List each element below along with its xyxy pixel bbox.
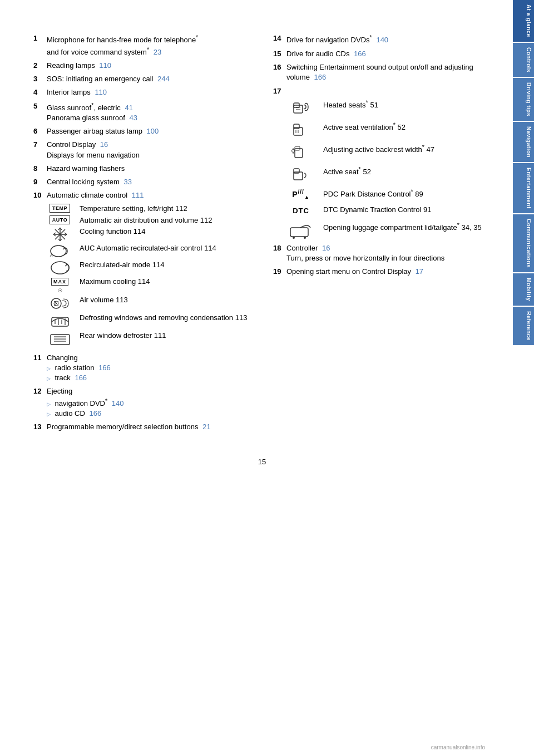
- item-number: 13: [33, 422, 44, 432]
- list-item: 12 Ejecting ▷ navigation DVD* 140 ▷ audi…: [33, 386, 251, 419]
- item-number: 10: [33, 190, 44, 200]
- climate-item-max: MAX ☉ Maximum cooling 114: [44, 277, 251, 294]
- item-number: 9: [33, 177, 44, 187]
- item-text: DTC Dynamic Traction Control: [323, 205, 421, 214]
- svg-rect-36: [295, 149, 303, 158]
- page-ref: 166: [314, 73, 327, 81]
- dtc-icon: DTC: [284, 205, 318, 216]
- list-item: 4 Interior lamps 110: [33, 87, 251, 97]
- air-volume-icon: [44, 295, 75, 312]
- svg-text:A: A: [50, 253, 53, 257]
- svg-rect-24: [51, 335, 70, 345]
- item-number: 15: [273, 49, 284, 59]
- defrost-front-icon: [44, 313, 75, 330]
- item-number: 5: [33, 101, 44, 124]
- page-ref: 47: [427, 145, 434, 154]
- page-ref: 166: [354, 50, 366, 58]
- auto-icon: AUTO: [44, 215, 75, 224]
- svg-point-45: [304, 237, 306, 239]
- climate-item-auc: A AUC Automatic recirculated-air control…: [44, 243, 251, 259]
- climate-item-cooling: Cooling function 114: [44, 227, 251, 242]
- sidebar-tab-driving-tips[interactable]: Driving tips: [513, 78, 534, 121]
- sidebar-tab-reference[interactable]: Reference: [513, 307, 534, 345]
- list-item-17: 17: [273, 87, 491, 95]
- auc-icon: A: [44, 243, 75, 259]
- sub-item-track: ▷ track 166: [47, 374, 87, 382]
- climate-text: Cooling function: [80, 227, 131, 235]
- pdc-icon: P///▲: [284, 188, 318, 200]
- item-text: Central locking system: [47, 178, 120, 186]
- page-number: 15: [33, 458, 491, 466]
- list-item: 2 Reading lamps 110: [33, 61, 251, 71]
- list-item: 19 Opening start menu on Control Display…: [273, 267, 491, 277]
- sidebar-tab-navigation[interactable]: Navigation: [513, 122, 534, 162]
- item-number: 18: [273, 243, 284, 263]
- snowflake-icon: [44, 227, 75, 242]
- left-column: 1 Microphone for hands-free mode for tel…: [33, 33, 251, 435]
- item-subtext: Displays for menu navigation: [47, 151, 140, 159]
- page-ref: 113: [116, 296, 128, 304]
- list-item: 3 SOS: initiating an emergency call 244: [33, 74, 251, 84]
- item-text: Automatic climate control: [47, 191, 127, 199]
- sidebar-tab-mobility[interactable]: Mobility: [513, 273, 534, 306]
- temp-icon: TEMP: [44, 204, 75, 213]
- page-ref: 114: [134, 227, 146, 235]
- item-number: 17: [273, 87, 284, 95]
- climate-item-airvolume: Air volume 113: [44, 295, 251, 312]
- climate-text: Temperature setting, left/right: [80, 204, 173, 213]
- page-ref: 100: [147, 127, 159, 135]
- recirculate-icon: [44, 260, 75, 276]
- page-ref: 112: [175, 204, 187, 213]
- item-text: Active seat*: [323, 168, 361, 176]
- sidebar-tab-at-a-glance[interactable]: At a glance: [513, 0, 534, 42]
- item-text: Reading lamps: [47, 61, 95, 70]
- item-subtext: Panorama glass sunroof: [47, 114, 125, 122]
- item-number: 12: [33, 386, 44, 419]
- page-ref: 244: [157, 75, 170, 83]
- dtc-item: DTC DTC Dynamic Traction Control 91: [284, 205, 491, 216]
- page-ref: 114: [138, 277, 150, 286]
- item-text: Control Display: [47, 140, 96, 149]
- item-number: 8: [33, 164, 44, 174]
- page-ref: 21: [202, 423, 210, 431]
- page-ref: 51: [370, 101, 378, 109]
- climate-text: AUC Automatic recirculated-air control: [80, 244, 202, 252]
- page-ref: 52: [363, 168, 370, 176]
- item-text: Drive for audio CDs: [286, 50, 349, 58]
- page-ref: 114: [204, 244, 216, 252]
- climate-item-temp: TEMP Temperature setting, left/right 112: [44, 204, 251, 214]
- sidebar-tab-controls[interactable]: Controls: [513, 43, 534, 77]
- item-text: Adjusting active backrest width*: [323, 145, 424, 154]
- item-subtext: Turn, press or move horizontally in four…: [286, 254, 444, 262]
- item-number: 4: [33, 87, 44, 97]
- item-number: 11: [33, 353, 44, 384]
- list-item: 15 Drive for audio CDs 166: [273, 49, 491, 59]
- sidebar-tab-communications[interactable]: Communications: [513, 214, 534, 272]
- climate-text: Recirculated-air mode: [80, 261, 150, 269]
- page-ref: 43: [130, 114, 137, 122]
- list-item: 14 Drive for navigation DVDs* 140: [273, 33, 491, 46]
- page-ref: 52: [398, 123, 406, 131]
- list-item: 8 Hazard warning flashers: [33, 164, 251, 174]
- max-icon: MAX ☉: [44, 277, 75, 294]
- item-number: 14: [273, 33, 284, 46]
- item-number: 19: [273, 267, 284, 277]
- climate-text: Air volume: [80, 296, 113, 304]
- climate-text: Defrosting windows and removing condensa…: [80, 313, 233, 322]
- sidebar-tab-entertainment[interactable]: Entertainment: [513, 163, 534, 213]
- climate-text: Rear window defroster: [80, 331, 152, 340]
- list-item: 1 Microphone for hands-free mode for tel…: [33, 33, 251, 57]
- page-ref: 89: [415, 190, 423, 198]
- list-item: 13 Programmable memory/direct selection …: [33, 422, 251, 432]
- page-ref: 110: [99, 61, 111, 70]
- watermark: carmanualsonline.info: [431, 744, 485, 750]
- item-text: Hazard warning flashers: [47, 164, 125, 173]
- sub-item-navdvd: ▷ navigation DVD* 140: [47, 399, 124, 408]
- item-text: Heated seats*: [323, 101, 368, 109]
- active-seat-item: Active seat* 52: [284, 165, 491, 183]
- page-ref: 91: [423, 205, 431, 214]
- page-ref: 140: [376, 36, 388, 44]
- page-ref: 111: [154, 331, 166, 340]
- climate-text: Maximum cooling: [80, 277, 136, 286]
- item-number: 7: [33, 140, 44, 160]
